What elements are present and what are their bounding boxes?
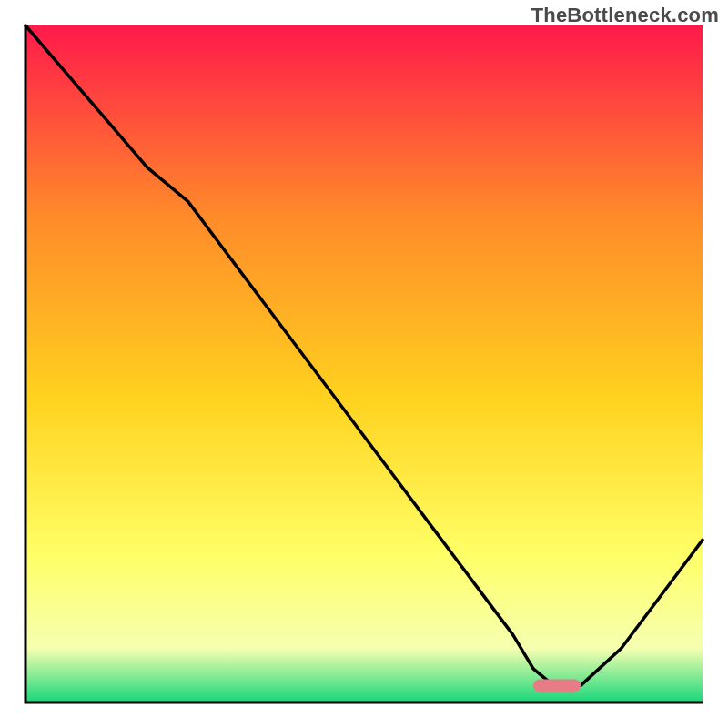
watermark-label: TheBottleneck.com — [531, 4, 719, 27]
plot-background — [25, 25, 703, 703]
chart-frame: TheBottleneck.com — [0, 0, 728, 728]
bottleneck-chart — [0, 0, 728, 728]
optimal-marker — [533, 679, 581, 692]
